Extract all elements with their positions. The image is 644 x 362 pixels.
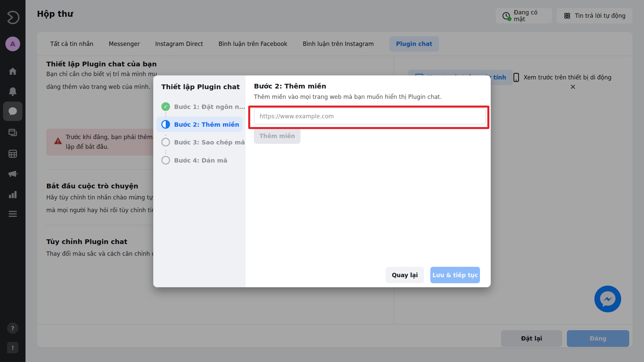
step-connector xyxy=(165,133,166,137)
modal-step-title: Bước 2: Thêm miền xyxy=(254,82,326,90)
step-4[interactable]: Bước 4: Dán mã xyxy=(161,156,227,165)
step-upcoming-icon xyxy=(161,156,170,165)
step-3[interactable]: Bước 3: Sao chép mã xyxy=(161,138,245,146)
step-1[interactable]: ✓ Bước 1: Đặt ngôn n… xyxy=(161,102,245,111)
step-connector xyxy=(165,148,166,155)
step-2-label: Bước 2: Thêm miền xyxy=(174,121,239,128)
back-button[interactable]: Quay lại xyxy=(386,267,424,283)
step-done-icon: ✓ xyxy=(161,102,170,111)
modal-title: Thiết lập Plugin chat xyxy=(161,83,240,91)
add-domain-button[interactable]: Thêm miền xyxy=(254,128,301,144)
modal-footer: Quay lại Lưu & tiếp tục xyxy=(386,267,480,283)
step-in-progress-icon xyxy=(161,120,170,129)
step-3-label: Bước 3: Sao chép mã xyxy=(174,139,245,146)
save-continue-button[interactable]: Lưu & tiếp tục xyxy=(430,267,480,283)
step-2[interactable]: Bước 2: Thêm miền xyxy=(156,117,243,132)
close-icon[interactable]: ✕ xyxy=(568,82,578,92)
domain-input[interactable] xyxy=(254,108,486,124)
modal-step-subtitle: Thêm miền vào mọi trang web mà bạn muốn … xyxy=(254,94,442,100)
step-upcoming-icon xyxy=(161,138,170,146)
plugin-setup-modal: Thiết lập Plugin chat ✓ Bước 1: Đặt ngôn… xyxy=(153,75,491,287)
step-1-label: Bước 1: Đặt ngôn n… xyxy=(174,103,245,110)
step-4-label: Bước 4: Dán mã xyxy=(174,157,227,164)
modal-content-panel: Bước 2: Thêm miền ✕ Thêm miền vào mọi tr… xyxy=(246,75,491,287)
check-glyph: ✓ xyxy=(164,104,168,110)
modal-steps-panel: Thiết lập Plugin chat ✓ Bước 1: Đặt ngôn… xyxy=(153,75,246,287)
